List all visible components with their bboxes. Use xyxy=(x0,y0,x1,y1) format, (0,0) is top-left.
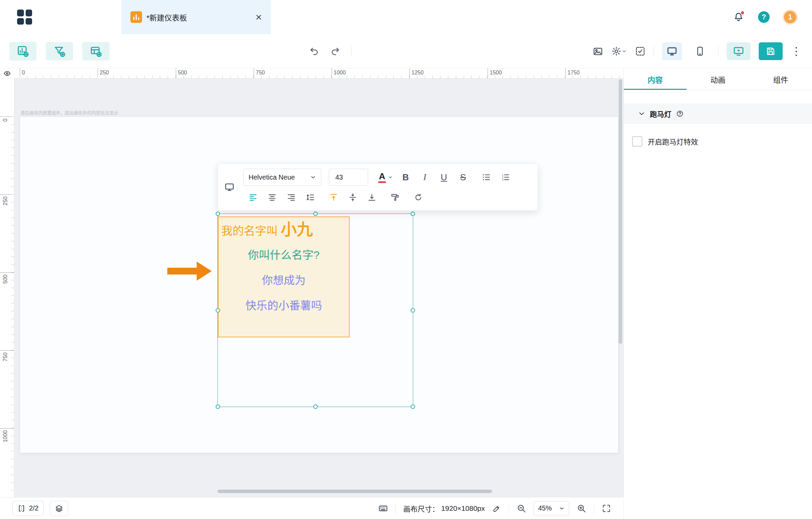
font-color-button[interactable]: A xyxy=(375,169,396,186)
font-family-select[interactable]: Helvetica Neue xyxy=(243,169,321,186)
marquee-checkbox[interactable] xyxy=(632,136,642,146)
save-button[interactable] xyxy=(759,42,783,60)
format-row-2 xyxy=(243,189,535,206)
resize-handle-e[interactable] xyxy=(411,308,415,312)
bullet-list-button[interactable] xyxy=(477,169,496,185)
ruler-tick xyxy=(0,350,14,351)
resize-handle-n[interactable] xyxy=(313,212,318,216)
fit-screen-icon[interactable] xyxy=(602,504,611,513)
marquee-section-title: 跑马灯 xyxy=(650,109,671,119)
add-chart-button[interactable] xyxy=(9,42,37,60)
strike-button[interactable]: S xyxy=(453,169,473,185)
zoom-out-icon[interactable] xyxy=(517,504,526,513)
notification-dot xyxy=(740,11,745,15)
align-center-button[interactable] xyxy=(263,189,282,206)
font-size-input[interactable]: 43 xyxy=(329,169,368,186)
resize-handle-w[interactable] xyxy=(216,308,220,312)
notifications-bell-icon[interactable] xyxy=(733,12,744,22)
dashboard-tab[interactable]: *新建仪表板 × xyxy=(122,0,271,34)
resize-handle-sw[interactable] xyxy=(216,405,220,409)
vertical-scrollbar[interactable] xyxy=(619,79,622,344)
ruler-label: 0 xyxy=(2,118,9,122)
bottom-right-group: 画布尺寸： 1920×1080px 45% xyxy=(378,501,611,516)
dashboard-tab-icon xyxy=(130,11,142,23)
ruler-label: 750 xyxy=(2,352,9,362)
format-row-1: Helvetica Neue 43 A B I U S xyxy=(243,169,535,186)
divider xyxy=(718,46,718,56)
close-tab-icon[interactable]: × xyxy=(255,12,262,23)
help-icon[interactable]: ? xyxy=(758,11,770,23)
split-pages-icon xyxy=(17,504,26,513)
ruler-label: 250 xyxy=(2,196,9,206)
properties-panel: 内容 动画 组件 跑马灯 开启跑马灯特效 xyxy=(624,68,812,519)
canvas-viewport[interactable]: 请在画布内放置组件，超出画布外的内容无法显示 我的名字叫 小九 你叫什么名字? … xyxy=(14,79,624,497)
text-format-toolbar: Helvetica Neue 43 A B I U S xyxy=(218,164,538,211)
logo-square xyxy=(26,18,32,25)
font-family-value: Helvetica Neue xyxy=(249,173,295,181)
screen-scope-icon xyxy=(218,164,241,210)
batch-select-icon[interactable] xyxy=(635,46,645,56)
italic-button[interactable]: I xyxy=(415,169,434,185)
tab-animation[interactable]: 动画 xyxy=(687,68,750,90)
pc-view-toggle[interactable] xyxy=(662,42,682,60)
valign-middle-button[interactable] xyxy=(343,189,362,206)
zoom-in-icon[interactable] xyxy=(577,504,586,513)
ruler-label: 500 xyxy=(2,275,9,284)
arrow-shape-element[interactable] xyxy=(167,259,212,283)
top-bar: *新建仪表板 × ? 1 xyxy=(0,0,812,34)
zoom-level-value: 45% xyxy=(538,504,552,512)
align-left-button[interactable] xyxy=(243,189,263,206)
shortcut-keyboard-icon[interactable] xyxy=(378,504,388,513)
resize-handle-s[interactable] xyxy=(313,405,318,409)
layers-button[interactable] xyxy=(50,501,68,516)
resize-handle-se[interactable] xyxy=(411,405,415,409)
mobile-view-toggle[interactable] xyxy=(690,42,710,60)
chevron-down-icon xyxy=(621,48,627,54)
bold-button[interactable]: B xyxy=(396,169,415,185)
page-indicator[interactable]: 2/2 xyxy=(12,501,44,516)
zoom-level-select[interactable]: 45% xyxy=(534,501,569,516)
add-tab-button[interactable] xyxy=(82,42,110,60)
format-paint-icon[interactable] xyxy=(386,189,405,206)
undo-icon[interactable] xyxy=(309,46,319,56)
app-logo[interactable] xyxy=(17,10,32,25)
resize-handle-nw[interactable] xyxy=(216,212,220,216)
valign-top-button[interactable] xyxy=(324,189,343,206)
ruler-tick xyxy=(0,116,14,117)
ruler-label: 0 xyxy=(20,68,25,78)
toggle-ruler-eye-icon[interactable] xyxy=(0,68,14,79)
edit-canvas-size-icon[interactable] xyxy=(492,504,501,513)
tab-component[interactable]: 组件 xyxy=(749,68,812,90)
page-indicator-value: 2/2 xyxy=(29,504,39,512)
user-avatar[interactable]: 1 xyxy=(784,11,796,23)
bottom-bar: 2/2 画布尺寸： 1920×1080px xyxy=(0,497,624,519)
canvas-column: 0 250 500 750 1000 1250 1500 1750 0 250 … xyxy=(0,68,624,519)
line-height-button[interactable] xyxy=(301,189,320,206)
underline-button[interactable]: U xyxy=(434,169,453,185)
tab-content[interactable]: 内容 xyxy=(624,68,687,90)
layers-icon xyxy=(55,504,63,513)
logo-square xyxy=(17,10,24,16)
ordered-list-button[interactable]: 1 2 3 xyxy=(496,169,515,185)
screenshot-icon[interactable] xyxy=(593,46,603,56)
ruler-tick xyxy=(0,272,14,273)
properties-tabs: 内容 动画 组件 xyxy=(624,68,812,90)
ruler-label: 750 xyxy=(254,68,265,78)
ruler-tick xyxy=(0,194,14,195)
question-circle-icon[interactable] xyxy=(676,110,684,117)
marquee-section-header[interactable]: 跑马灯 xyxy=(624,103,812,124)
ruler-label: 1750 xyxy=(565,68,580,78)
ruler-label: 1000 xyxy=(2,430,9,443)
divider xyxy=(395,503,396,514)
resize-handle-ne[interactable] xyxy=(411,212,415,216)
add-filter-button[interactable] xyxy=(46,42,73,60)
horizontal-scrollbar[interactable] xyxy=(218,490,492,493)
align-right-button[interactable] xyxy=(282,189,301,206)
valign-bottom-button[interactable] xyxy=(362,189,381,206)
reset-format-icon[interactable] xyxy=(409,189,428,206)
preview-button[interactable] xyxy=(727,42,751,60)
more-menu-icon[interactable]: ⋮ xyxy=(791,46,802,57)
divider xyxy=(351,46,352,56)
redo-icon[interactable] xyxy=(330,46,340,56)
canvas-settings-dropdown[interactable] xyxy=(611,46,627,56)
